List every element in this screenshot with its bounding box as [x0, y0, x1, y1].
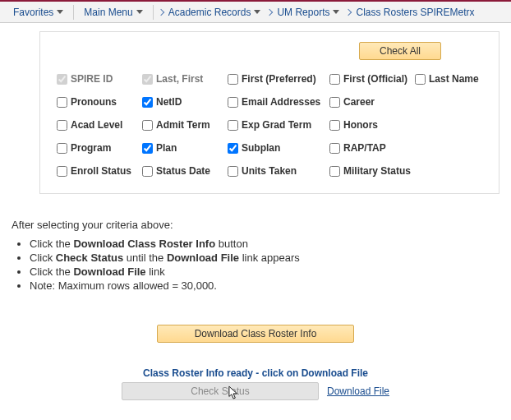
checkbox-admit-term[interactable]	[142, 120, 153, 131]
top-nav: Favorites Main Menu Academic Records UM …	[0, 0, 511, 23]
field-label: Honors	[343, 119, 378, 131]
download-class-roster-button[interactable]: Download Class Roster Info	[157, 325, 354, 343]
field-label: Admit Term	[156, 119, 210, 131]
chevron-right-icon	[157, 8, 163, 15]
checkbox-last-name[interactable]	[415, 74, 426, 85]
field-label: Military Status	[343, 165, 411, 177]
field-label: Units Taken	[242, 165, 297, 177]
field-plan[interactable]: Plan	[142, 142, 224, 154]
checkbox-program[interactable]	[57, 143, 67, 154]
field-email[interactable]: Email Addresses	[228, 96, 326, 108]
caret-down-icon	[57, 10, 63, 14]
breadcrumb-label: UM Reports	[277, 7, 329, 18]
field-label: Last Name	[429, 73, 479, 85]
field-label: First (Official)	[343, 73, 407, 85]
field-exp-grad[interactable]: Exp Grad Term	[228, 119, 326, 131]
caret-down-icon	[333, 10, 339, 14]
field-enroll-status[interactable]: Enroll Status	[57, 165, 139, 177]
caret-down-icon	[136, 10, 143, 14]
check-all-button[interactable]: Check All	[359, 42, 441, 60]
nav-favorites-label: Favorites	[13, 7, 53, 18]
field-acad-level[interactable]: Acad Level	[57, 119, 139, 131]
field-units-taken[interactable]: Units Taken	[228, 165, 326, 177]
checkbox-email[interactable]	[228, 97, 238, 108]
criteria-grid: SPIRE ID Last, First First (Preferred) F…	[57, 73, 482, 177]
checkbox-raptap[interactable]	[329, 143, 340, 154]
field-first-preferred[interactable]: First (Preferred)	[228, 73, 326, 85]
nav-favorites[interactable]: Favorites	[5, 7, 71, 18]
field-label: Email Addresses	[242, 96, 320, 108]
field-subplan[interactable]: Subplan	[228, 142, 326, 154]
checkbox-units-taken[interactable]	[228, 166, 238, 177]
breadcrumb-academic-records[interactable]: Academic Records	[155, 7, 265, 18]
checkbox-subplan[interactable]	[228, 143, 238, 154]
checkbox-honors[interactable]	[329, 120, 340, 131]
checkbox-netid[interactable]	[142, 97, 153, 108]
field-military[interactable]: Military Status	[329, 165, 412, 177]
instructions: After selecting your criteria above: Cli…	[12, 219, 511, 292]
checkbox-career[interactable]	[329, 97, 340, 108]
instructions-intro: After selecting your criteria above:	[12, 219, 511, 231]
field-label: NetID	[156, 96, 182, 108]
instruction-item: Note: Maximum rows allowed = 30,000.	[30, 279, 511, 292]
breadcrumb-class-rosters[interactable]: Class Rosters SPIREMetrx	[343, 7, 477, 18]
field-label: First (Preferred)	[242, 73, 316, 85]
field-spire-id: SPIRE ID	[57, 73, 139, 85]
field-admit-term[interactable]: Admit Term	[142, 119, 224, 131]
checkbox-spire-id	[57, 74, 67, 85]
field-label: Career	[343, 96, 375, 108]
check-status-button: Check Status	[122, 382, 319, 400]
checkbox-status-date[interactable]	[142, 166, 153, 177]
field-label: Enroll Status	[71, 165, 131, 177]
instruction-item: Click Check Status until the Download Fi…	[30, 252, 511, 264]
chevron-right-icon	[266, 8, 273, 15]
instructions-list: Click the Download Class Roster Info but…	[30, 238, 511, 292]
field-label: Status Date	[156, 165, 210, 177]
checkbox-military[interactable]	[329, 166, 340, 177]
field-status-date[interactable]: Status Date	[142, 165, 224, 177]
checkbox-exp-grad[interactable]	[228, 120, 238, 131]
field-honors[interactable]: Honors	[329, 119, 412, 131]
checkbox-enroll-status[interactable]	[57, 166, 67, 177]
field-program[interactable]: Program	[57, 142, 139, 154]
checkbox-plan[interactable]	[142, 143, 153, 154]
criteria-panel: Check All SPIRE ID Last, First First (Pr…	[39, 31, 499, 194]
action-area: Download Class Roster Info Class Roster …	[0, 325, 511, 400]
field-last-name[interactable]: Last Name	[415, 73, 489, 85]
field-label: Last, First	[156, 73, 203, 85]
instruction-item: Click the Download Class Roster Info but…	[30, 238, 511, 250]
field-pronouns[interactable]: Pronouns	[57, 96, 139, 108]
field-label: RAP/TAP	[343, 142, 386, 154]
nav-main-menu-label: Main Menu	[84, 7, 132, 18]
download-file-link[interactable]: Download File	[327, 385, 389, 397]
field-label: Program	[71, 142, 111, 154]
breadcrumb-label: Academic Records	[168, 7, 251, 18]
breadcrumb-label: Class Rosters SPIREMetrx	[356, 7, 474, 18]
nav-main-menu[interactable]: Main Menu	[76, 7, 150, 18]
field-first-official[interactable]: First (Official)	[329, 73, 412, 85]
check-status-row: Check Status Download File	[0, 382, 511, 400]
breadcrumb-um-reports[interactable]: UM Reports	[264, 7, 343, 18]
chevron-right-icon	[345, 8, 352, 15]
checkbox-pronouns[interactable]	[57, 97, 67, 108]
checkbox-last-first	[142, 74, 153, 85]
field-label: Subplan	[242, 142, 280, 154]
field-career[interactable]: Career	[329, 96, 412, 108]
field-label: Exp Grad Term	[242, 119, 311, 131]
field-netid[interactable]: NetID	[142, 96, 224, 108]
caret-down-icon	[254, 10, 260, 14]
nav-separator	[73, 5, 74, 20]
nav-separator	[153, 5, 154, 20]
checkbox-first-official[interactable]	[329, 74, 340, 85]
field-label: Plan	[156, 142, 177, 154]
field-label: SPIRE ID	[71, 73, 113, 85]
field-raptap[interactable]: RAP/TAP	[329, 142, 412, 154]
checkbox-acad-level[interactable]	[57, 120, 67, 131]
field-last-first: Last, First	[142, 73, 224, 85]
field-label: Acad Level	[71, 119, 122, 131]
instruction-item: Click the Download File link	[30, 265, 511, 278]
status-message: Class Roster Info ready - click on Downl…	[0, 367, 511, 379]
field-label: Pronouns	[71, 96, 117, 108]
checkbox-first-preferred[interactable]	[228, 74, 238, 85]
